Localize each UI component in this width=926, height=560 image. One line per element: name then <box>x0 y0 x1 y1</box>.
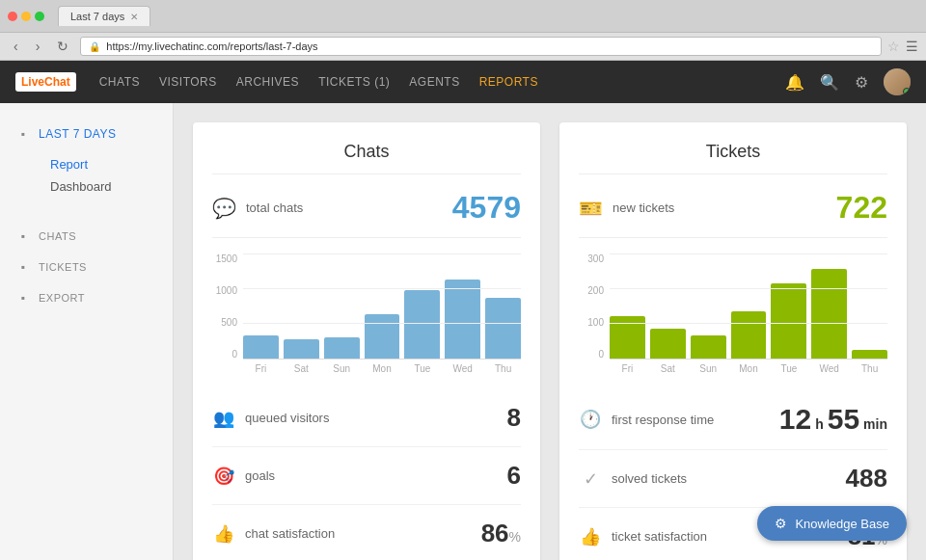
knowledge-base-button[interactable]: ⚙ Knowledge Base <box>757 506 907 541</box>
chat-satisfaction-value: 86% <box>481 519 521 548</box>
calendar-icon: ▪ <box>15 126 31 142</box>
export-nav-icon: ▪ <box>15 290 31 306</box>
bar-tue-chats <box>404 290 440 359</box>
logo[interactable]: LiveChat <box>15 72 76 92</box>
nav-tickets[interactable]: TICKETS (1) <box>318 75 390 89</box>
new-tickets-value: 722 <box>836 190 887 226</box>
logo-live: Live <box>21 75 44 89</box>
sidebar-export[interactable]: ▪ EXPORT <box>0 282 173 313</box>
tickets-y-axis: 300 200 100 0 <box>579 253 610 360</box>
chat-satisfaction-label: chat satisfaction <box>245 526 472 541</box>
x-sat-chats: Sat <box>284 363 319 374</box>
nav-agents[interactable]: AGENTS <box>409 75 459 89</box>
browser-tab[interactable]: Last 7 days ✕ <box>58 6 150 26</box>
sidebar: ▪ LAST 7 DAYS Report Dashboard ▪ CHATS ▪… <box>0 103 174 560</box>
main-content: Chats 💬 total chats 4579 1500 1000 500 0 <box>174 103 926 560</box>
chat-satisfaction-suffix: % <box>509 529 521 545</box>
gear-icon[interactable]: ⚙ <box>855 73 868 92</box>
tickets-card-title: Tickets <box>579 142 887 174</box>
total-chats-label: total chats <box>246 200 443 215</box>
goals-label: goals <box>245 468 498 483</box>
chat-satisfaction-icon: 👍 <box>212 523 235 545</box>
y-label-500: 500 <box>212 317 237 328</box>
sidebar-export-label: EXPORT <box>39 292 85 304</box>
chats-y-axis: 1500 1000 500 0 <box>212 253 243 360</box>
nav-chats[interactable]: CHATS <box>99 75 140 89</box>
back-button[interactable]: ‹ <box>8 37 24 56</box>
minimize-dot[interactable] <box>21 12 31 21</box>
goals-value: 6 <box>507 461 521 491</box>
avatar[interactable] <box>884 68 911 95</box>
tgrid-line-top <box>610 253 887 254</box>
solved-tickets-row: ✓ solved tickets 488 <box>579 450 887 508</box>
sidebar-chats-label: CHATS <box>39 230 76 242</box>
tickets-nav-icon: ▪ <box>15 259 31 275</box>
kb-label: Knowledge Base <box>795 517 889 531</box>
menu-icon[interactable]: ☰ <box>906 39 918 54</box>
bar-sun-chats <box>324 337 360 359</box>
chat-bubble-icon: 💬 <box>212 197 236 220</box>
address-bar[interactable]: 🔒 https://my.livechatinc.com/reports/las… <box>80 37 882 56</box>
search-icon[interactable]: 🔍 <box>820 73 839 92</box>
grid-line-top <box>243 253 521 254</box>
tx-tue: Tue <box>771 363 806 374</box>
chats-chart: 1500 1000 500 0 <box>212 253 521 374</box>
reload-button[interactable]: ↻ <box>51 37 74 56</box>
sidebar-tickets[interactable]: ▪ TICKETS <box>0 252 173 282</box>
sidebar-sub-menu: Report Dashboard <box>0 149 173 201</box>
maximize-dot[interactable] <box>35 12 44 21</box>
y-label-1500: 1500 <box>212 253 237 264</box>
nav-archives[interactable]: ARCHIVES <box>236 75 299 89</box>
sidebar-tickets-label: TICKETS <box>39 261 87 273</box>
bar-wed-tickets <box>811 269 847 359</box>
solved-tickets-label: solved tickets <box>612 471 836 486</box>
forward-button[interactable]: › <box>30 37 46 56</box>
sidebar-report[interactable]: Report <box>35 153 173 175</box>
sidebar-last7days[interactable]: ▪ LAST 7 DAYS <box>0 119 173 149</box>
solved-tickets-value: 488 <box>846 464 887 493</box>
first-response-value: 12 h 55 min <box>779 403 887 436</box>
x-sun-chats: Sun <box>324 363 360 374</box>
browser-dots <box>8 12 44 21</box>
grid-line-mid1 <box>243 288 521 289</box>
tx-wed: Wed <box>811 363 847 374</box>
x-tue-chats: Tue <box>404 363 440 374</box>
bell-icon[interactable]: 🔔 <box>785 73 804 92</box>
nav-visitors[interactable]: VISITORS <box>159 75 217 89</box>
ty-label-300: 300 <box>579 253 604 264</box>
url-text: https://my.livechatinc.com/reports/last-… <box>106 40 317 52</box>
chats-card-title: Chats <box>212 142 521 174</box>
nav-reports[interactable]: REPORTS <box>479 75 538 89</box>
bar-sat-chats <box>284 339 319 359</box>
bar-thu-chats <box>485 298 521 359</box>
x-mon-chats: Mon <box>365 363 400 374</box>
tgrid-line-mid1 <box>610 288 887 289</box>
sidebar-section-last7days: ▪ LAST 7 DAYS Report Dashboard <box>0 119 173 201</box>
tx-sat: Sat <box>650 363 686 374</box>
y-label-0: 0 <box>212 349 237 360</box>
tab-close-icon[interactable]: ✕ <box>130 12 138 22</box>
chats-x-axis: Fri Sat Sun Mon Tue Wed Thu <box>243 363 521 374</box>
sidebar-section-label: LAST 7 DAYS <box>39 127 116 141</box>
bookmark-icon[interactable]: ☆ <box>887 39 900 54</box>
sidebar-dashboard[interactable]: Dashboard <box>35 175 173 198</box>
bar-fri-chats <box>243 335 279 359</box>
tx-mon: Mon <box>731 363 767 374</box>
top-nav: LiveChat CHATS VISITORS ARCHIVES TICKETS… <box>0 61 926 103</box>
bar-thu-tickets <box>852 350 887 359</box>
first-response-row: 🕐 first response time 12 h 55 min <box>579 389 887 450</box>
chats-nav-icon: ▪ <box>15 228 31 244</box>
queued-visitors-value: 8 <box>507 403 521 433</box>
tickets-chart: 300 200 100 0 <box>579 253 887 374</box>
minutes-unit: min <box>863 416 887 432</box>
tx-thu: Thu <box>852 363 887 374</box>
response-minutes: 55 <box>828 403 859 436</box>
chat-satisfaction-row: 👍 chat satisfaction 86% <box>212 505 521 560</box>
lock-icon: 🔒 <box>89 41 100 52</box>
bar-wed-chats <box>445 280 480 359</box>
close-dot[interactable] <box>8 12 17 21</box>
app-layout: ▪ LAST 7 DAYS Report Dashboard ▪ CHATS ▪… <box>0 103 926 560</box>
bar-mon-tickets <box>731 311 767 359</box>
sidebar-chats[interactable]: ▪ CHATS <box>0 221 173 252</box>
nav-right: 🔔 🔍 ⚙ <box>785 68 911 95</box>
